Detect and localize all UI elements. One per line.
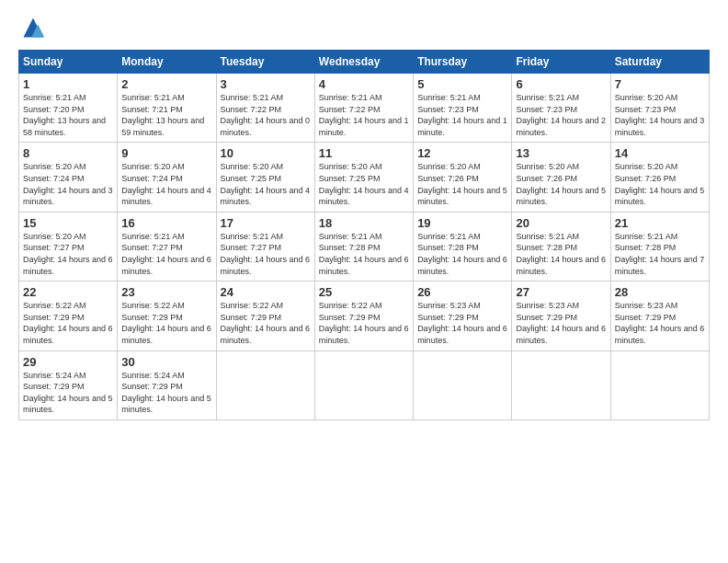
day-number: 4 (319, 77, 409, 91)
calendar-body: 1Sunrise: 5:21 AMSunset: 7:20 PMDaylight… (19, 74, 710, 420)
calendar-cell (512, 350, 610, 419)
calendar-cell (216, 350, 314, 419)
day-number: 3 (221, 77, 311, 91)
day-number: 6 (516, 77, 606, 91)
cell-info: Sunrise: 5:21 AMSunset: 7:27 PMDaylight:… (221, 231, 311, 277)
cell-info: Sunrise: 5:20 AMSunset: 7:25 PMDaylight:… (221, 161, 311, 207)
day-number: 17 (221, 216, 311, 230)
weekday-header: Monday (118, 51, 216, 74)
calendar-cell (314, 350, 413, 419)
calendar-cell: 15Sunrise: 5:20 AMSunset: 7:27 PMDayligh… (19, 212, 118, 281)
day-number: 1 (23, 77, 113, 91)
day-number: 28 (615, 285, 705, 299)
header-row: SundayMondayTuesdayWednesdayThursdayFrid… (19, 51, 710, 74)
weekday-header: Thursday (414, 51, 512, 74)
cell-info: Sunrise: 5:20 AMSunset: 7:23 PMDaylight:… (615, 92, 705, 138)
cell-info: Sunrise: 5:22 AMSunset: 7:29 PMDaylight:… (23, 300, 113, 346)
calendar-cell: 4Sunrise: 5:21 AMSunset: 7:22 PMDaylight… (314, 74, 413, 143)
calendar-table: SundayMondayTuesdayWednesdayThursdayFrid… (18, 50, 710, 420)
calendar-header: SundayMondayTuesdayWednesdayThursdayFrid… (19, 51, 710, 74)
day-number: 10 (221, 146, 311, 160)
calendar-cell: 22Sunrise: 5:22 AMSunset: 7:29 PMDayligh… (19, 282, 118, 350)
day-number: 20 (516, 216, 606, 230)
cell-info: Sunrise: 5:21 AMSunset: 7:22 PMDaylight:… (319, 92, 409, 138)
calendar-week-row: 1Sunrise: 5:21 AMSunset: 7:20 PMDaylight… (19, 74, 710, 143)
weekday-header: Tuesday (216, 51, 314, 74)
calendar-cell: 28Sunrise: 5:23 AMSunset: 7:29 PMDayligh… (610, 282, 709, 350)
calendar-cell: 7Sunrise: 5:20 AMSunset: 7:23 PMDaylight… (610, 74, 709, 143)
calendar-cell: 30Sunrise: 5:24 AMSunset: 7:29 PMDayligh… (118, 350, 216, 419)
calendar-cell (414, 350, 512, 419)
cell-info: Sunrise: 5:24 AMSunset: 7:29 PMDaylight:… (23, 370, 113, 416)
cell-info: Sunrise: 5:21 AMSunset: 7:22 PMDaylight:… (221, 92, 311, 138)
weekday-header: Wednesday (314, 51, 413, 74)
day-number: 30 (121, 355, 211, 369)
cell-info: Sunrise: 5:23 AMSunset: 7:29 PMDaylight:… (417, 300, 507, 346)
calendar-cell: 20Sunrise: 5:21 AMSunset: 7:28 PMDayligh… (512, 212, 610, 281)
weekday-header: Sunday (19, 51, 118, 74)
calendar-cell: 29Sunrise: 5:24 AMSunset: 7:29 PMDayligh… (19, 350, 118, 419)
weekday-header: Saturday (610, 51, 709, 74)
calendar-cell: 26Sunrise: 5:23 AMSunset: 7:29 PMDayligh… (414, 282, 512, 350)
day-number: 25 (319, 285, 409, 299)
cell-info: Sunrise: 5:23 AMSunset: 7:29 PMDaylight:… (615, 300, 705, 346)
cell-info: Sunrise: 5:20 AMSunset: 7:26 PMDaylight:… (516, 161, 606, 207)
page: SundayMondayTuesdayWednesdayThursdayFrid… (0, 0, 728, 563)
cell-info: Sunrise: 5:20 AMSunset: 7:26 PMDaylight:… (417, 161, 507, 207)
header (18, 15, 710, 40)
cell-info: Sunrise: 5:20 AMSunset: 7:24 PMDaylight:… (23, 161, 113, 207)
calendar-cell: 21Sunrise: 5:21 AMSunset: 7:28 PMDayligh… (610, 212, 709, 281)
logo (18, 15, 46, 40)
calendar-cell: 3Sunrise: 5:21 AMSunset: 7:22 PMDaylight… (216, 74, 314, 143)
calendar-cell: 8Sunrise: 5:20 AMSunset: 7:24 PMDaylight… (19, 143, 118, 212)
day-number: 9 (121, 146, 211, 160)
cell-info: Sunrise: 5:21 AMSunset: 7:21 PMDaylight:… (121, 92, 211, 138)
cell-info: Sunrise: 5:21 AMSunset: 7:28 PMDaylight:… (516, 231, 606, 277)
calendar-cell: 16Sunrise: 5:21 AMSunset: 7:27 PMDayligh… (118, 212, 216, 281)
calendar-cell: 1Sunrise: 5:21 AMSunset: 7:20 PMDaylight… (19, 74, 118, 143)
cell-info: Sunrise: 5:24 AMSunset: 7:29 PMDaylight:… (121, 370, 211, 416)
cell-info: Sunrise: 5:21 AMSunset: 7:27 PMDaylight:… (121, 231, 211, 277)
calendar-cell: 14Sunrise: 5:20 AMSunset: 7:26 PMDayligh… (610, 143, 709, 212)
day-number: 24 (221, 285, 311, 299)
cell-info: Sunrise: 5:21 AMSunset: 7:28 PMDaylight:… (615, 231, 705, 277)
calendar-cell: 25Sunrise: 5:22 AMSunset: 7:29 PMDayligh… (314, 282, 413, 350)
cell-info: Sunrise: 5:22 AMSunset: 7:29 PMDaylight:… (221, 300, 311, 346)
day-number: 7 (615, 77, 705, 91)
weekday-header: Friday (512, 51, 610, 74)
day-number: 15 (23, 216, 113, 230)
cell-info: Sunrise: 5:20 AMSunset: 7:26 PMDaylight:… (615, 161, 705, 207)
day-number: 18 (319, 216, 409, 230)
cell-info: Sunrise: 5:21 AMSunset: 7:28 PMDaylight:… (417, 231, 507, 277)
cell-info: Sunrise: 5:20 AMSunset: 7:24 PMDaylight:… (121, 161, 211, 207)
calendar-cell (610, 350, 709, 419)
cell-info: Sunrise: 5:22 AMSunset: 7:29 PMDaylight:… (319, 300, 409, 346)
day-number: 27 (516, 285, 606, 299)
calendar-cell: 2Sunrise: 5:21 AMSunset: 7:21 PMDaylight… (118, 74, 216, 143)
cell-info: Sunrise: 5:20 AMSunset: 7:25 PMDaylight:… (319, 161, 409, 207)
calendar-week-row: 29Sunrise: 5:24 AMSunset: 7:29 PMDayligh… (19, 350, 710, 419)
cell-info: Sunrise: 5:23 AMSunset: 7:29 PMDaylight:… (516, 300, 606, 346)
calendar-cell: 6Sunrise: 5:21 AMSunset: 7:23 PMDaylight… (512, 74, 610, 143)
calendar-cell: 5Sunrise: 5:21 AMSunset: 7:23 PMDaylight… (414, 74, 512, 143)
calendar-cell: 23Sunrise: 5:22 AMSunset: 7:29 PMDayligh… (118, 282, 216, 350)
day-number: 14 (615, 146, 705, 160)
calendar-cell: 9Sunrise: 5:20 AMSunset: 7:24 PMDaylight… (118, 143, 216, 212)
day-number: 5 (417, 77, 507, 91)
cell-info: Sunrise: 5:20 AMSunset: 7:27 PMDaylight:… (23, 231, 113, 277)
day-number: 29 (23, 355, 113, 369)
calendar-cell: 12Sunrise: 5:20 AMSunset: 7:26 PMDayligh… (414, 143, 512, 212)
day-number: 26 (417, 285, 507, 299)
calendar-cell: 19Sunrise: 5:21 AMSunset: 7:28 PMDayligh… (414, 212, 512, 281)
cell-info: Sunrise: 5:21 AMSunset: 7:28 PMDaylight:… (319, 231, 409, 277)
calendar-cell: 10Sunrise: 5:20 AMSunset: 7:25 PMDayligh… (216, 143, 314, 212)
calendar-cell: 17Sunrise: 5:21 AMSunset: 7:27 PMDayligh… (216, 212, 314, 281)
calendar-cell: 13Sunrise: 5:20 AMSunset: 7:26 PMDayligh… (512, 143, 610, 212)
day-number: 2 (121, 77, 211, 91)
day-number: 8 (23, 146, 113, 160)
calendar-week-row: 8Sunrise: 5:20 AMSunset: 7:24 PMDaylight… (19, 143, 710, 212)
calendar-cell: 24Sunrise: 5:22 AMSunset: 7:29 PMDayligh… (216, 282, 314, 350)
cell-info: Sunrise: 5:21 AMSunset: 7:23 PMDaylight:… (516, 92, 606, 138)
cell-info: Sunrise: 5:22 AMSunset: 7:29 PMDaylight:… (121, 300, 211, 346)
day-number: 19 (417, 216, 507, 230)
